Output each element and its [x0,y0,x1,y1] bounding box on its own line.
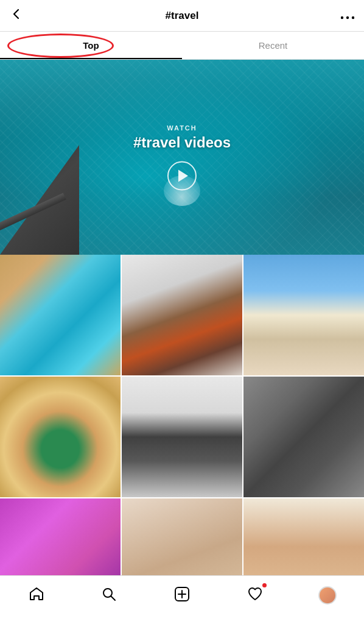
photo-grid [0,255,364,619]
grid-item-6[interactable] [243,377,364,497]
grid-item-5[interactable] [122,377,242,497]
grid-item-3[interactable] [243,255,364,375]
tab-recent[interactable]: Recent [182,32,364,59]
nav-activity[interactable] [240,582,270,609]
svg-point-1 [346,16,349,19]
back-button[interactable] [10,7,29,24]
add-icon [174,586,190,604]
more-button[interactable] [335,9,354,23]
hero-hashtag-label: #travel videos [133,134,231,152]
home-icon [29,586,44,604]
hero-watch-label: WATCH [133,124,231,132]
search-icon [101,586,117,604]
bottom-nav [0,575,364,624]
hero-banner[interactable]: WATCH #travel videos [0,60,364,255]
page-title: #travel [29,10,335,22]
tab-top[interactable]: Top [0,32,182,59]
tabs-bar: Top Recent [0,32,364,60]
nav-profile[interactable] [312,582,343,609]
nav-home[interactable] [21,582,52,609]
activity-badge [262,583,267,587]
svg-line-4 [111,596,116,600]
nav-add[interactable] [167,582,197,609]
grid-item-4[interactable] [0,377,121,497]
hero-text-overlay: WATCH #travel videos [133,124,231,191]
heart-icon [247,586,263,604]
svg-point-0 [341,16,343,19]
header: #travel [0,0,364,32]
hero-play-button[interactable] [167,161,197,190]
profile-avatar [318,586,337,604]
grid-item-1[interactable] [0,255,121,375]
svg-point-2 [352,16,354,19]
grid-item-2[interactable] [122,255,242,375]
nav-search[interactable] [94,582,124,609]
